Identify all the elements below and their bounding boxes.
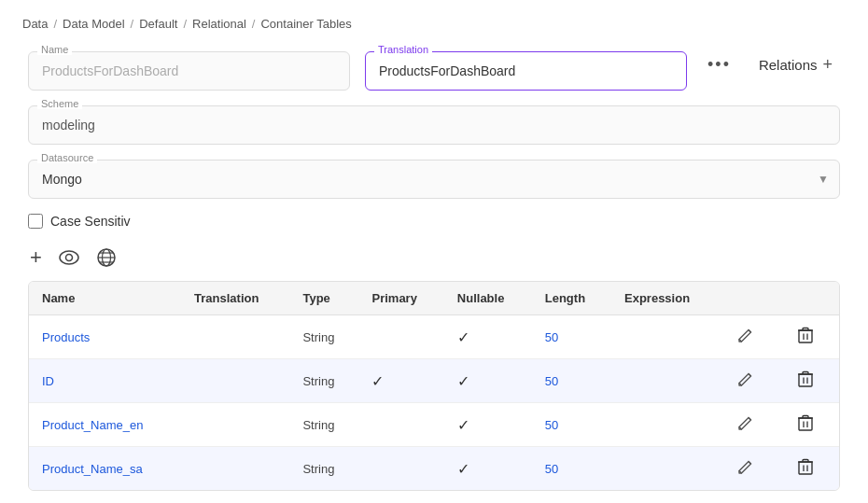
delete-button[interactable]	[794, 325, 817, 349]
delete-button[interactable]	[794, 412, 817, 437]
svg-rect-7	[799, 330, 812, 342]
cell-expression	[611, 403, 721, 447]
fields-table-wrapper: Name Translation Type Primary Nullable L…	[28, 281, 840, 491]
name-field-group: Name	[28, 51, 350, 91]
nullable-check: ✓	[457, 461, 469, 477]
edit-icon	[737, 370, 754, 387]
translation-field-inner: Translation	[365, 51, 687, 91]
datasource-select[interactable]: Mongo Postgres MySQL	[28, 160, 840, 199]
nullable-check: ✓	[457, 417, 469, 433]
globe-icon	[96, 247, 117, 268]
table-row: Product_Name_en String ✓ 50	[29, 403, 839, 447]
cell-edit	[721, 359, 781, 403]
cell-nullable: ✓	[444, 447, 532, 491]
col-header-edit	[721, 282, 781, 315]
table-row: Products String ✓ 50	[29, 315, 839, 359]
cell-type: String	[289, 315, 358, 359]
cell-primary: ✓	[358, 359, 443, 403]
scheme-input[interactable]	[28, 105, 840, 145]
breadcrumb: Data / Data Model / Default / Relational…	[0, 0, 868, 42]
breadcrumb-item-datamodel[interactable]: Data Model	[63, 17, 124, 31]
datasource-row: Datasource Mongo Postgres MySQL ▼	[28, 160, 840, 199]
cell-nullable: ✓	[444, 403, 532, 447]
relations-label: Relations	[759, 57, 818, 73]
svg-rect-15	[799, 418, 812, 430]
edit-icon	[737, 414, 754, 431]
eye-icon	[59, 250, 79, 265]
cell-name: Product_Name_en	[29, 403, 181, 447]
trash-icon	[798, 370, 813, 387]
cell-primary	[358, 403, 443, 447]
cell-primary	[358, 447, 443, 491]
case-sensitive-checkbox[interactable]	[28, 214, 43, 229]
breadcrumb-item-container-tables[interactable]: Container Tables	[260, 17, 351, 31]
cell-delete	[781, 403, 839, 447]
cell-edit	[721, 447, 781, 491]
breadcrumb-item-default[interactable]: Default	[139, 17, 177, 31]
case-sensitive-label[interactable]: Case Sensitiv	[50, 214, 131, 229]
edit-icon	[737, 458, 754, 475]
cell-delete	[781, 447, 839, 491]
cell-expression	[611, 315, 721, 359]
add-field-button[interactable]: +	[28, 244, 44, 272]
cell-translation	[181, 315, 289, 359]
edit-button[interactable]	[734, 412, 758, 437]
primary-check: ✓	[371, 373, 384, 389]
table-header-row: Name Translation Type Primary Nullable L…	[29, 282, 839, 315]
cell-type: String	[289, 403, 358, 447]
nullable-check: ✓	[457, 373, 469, 389]
name-input[interactable]	[28, 51, 350, 91]
fields-table: Name Translation Type Primary Nullable L…	[29, 282, 839, 490]
delete-button[interactable]	[794, 456, 817, 481]
cell-length: 50	[532, 447, 611, 491]
cell-expression	[611, 359, 721, 403]
col-header-primary: Primary	[358, 282, 443, 315]
eye-button[interactable]	[57, 248, 81, 267]
scheme-field-group: Scheme	[28, 105, 840, 145]
edit-button[interactable]	[734, 369, 758, 393]
datasource-label: Datasource	[37, 152, 97, 163]
edit-icon	[737, 327, 754, 343]
cell-translation	[181, 447, 289, 491]
cell-name: ID	[29, 359, 181, 403]
scheme-row: Scheme	[28, 105, 840, 145]
svg-rect-11	[799, 374, 812, 386]
edit-button[interactable]	[734, 325, 758, 349]
name-label: Name	[37, 44, 72, 55]
trash-icon	[798, 414, 813, 431]
svg-rect-19	[799, 462, 812, 474]
breadcrumb-item-relational[interactable]: Relational	[192, 17, 246, 31]
svg-point-0	[60, 251, 78, 264]
dots-menu-button[interactable]: •••	[702, 51, 736, 78]
table-toolbar: +	[28, 244, 840, 272]
case-sensitive-row: Case Sensitiv	[28, 214, 840, 229]
cell-translation	[181, 403, 289, 447]
globe-button[interactable]	[94, 245, 119, 270]
cell-edit	[721, 315, 781, 359]
col-header-delete	[781, 282, 839, 315]
breadcrumb-item-data[interactable]: Data	[22, 17, 48, 31]
cell-translation	[181, 359, 289, 403]
translation-field-group: Translation	[365, 51, 687, 91]
col-header-name: Name	[29, 282, 181, 315]
translation-input[interactable]	[365, 51, 687, 91]
edit-button[interactable]	[734, 456, 758, 481]
relations-button[interactable]: Relations +	[751, 51, 840, 78]
delete-button[interactable]	[794, 369, 817, 393]
main-content: Name Translation ••• Relations + Scheme …	[0, 42, 868, 503]
cell-length: 50	[532, 359, 611, 403]
name-translation-row: Name Translation ••• Relations +	[28, 51, 840, 91]
cell-expression	[611, 447, 721, 491]
cell-edit	[721, 403, 781, 447]
datasource-select-group: Datasource Mongo Postgres MySQL ▼	[28, 160, 840, 199]
cell-delete	[781, 359, 839, 403]
table-body: Products String ✓ 50	[29, 315, 839, 491]
table-row: ID String ✓ ✓ 50	[29, 359, 839, 403]
cell-nullable: ✓	[444, 359, 532, 403]
col-header-nullable: Nullable	[444, 282, 532, 315]
cell-nullable: ✓	[444, 315, 532, 359]
col-header-translation: Translation	[181, 282, 289, 315]
cell-type: String	[289, 359, 358, 403]
col-header-length: Length	[532, 282, 611, 315]
scheme-label: Scheme	[37, 98, 82, 109]
